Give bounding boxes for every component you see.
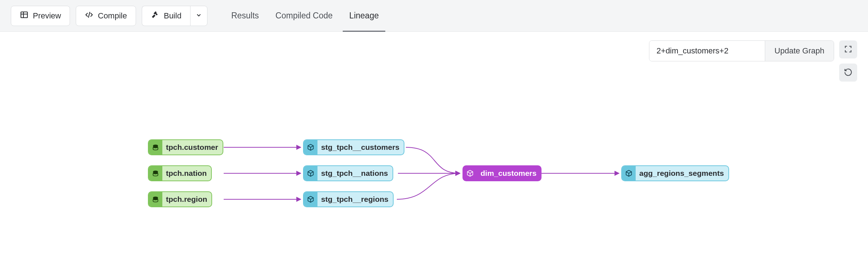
cube-icon [304, 166, 317, 181]
expand-icon [844, 45, 852, 55]
hammer-icon [151, 10, 159, 21]
build-dropdown-button[interactable] [190, 6, 207, 26]
node-label: tpch.region [166, 195, 207, 204]
node-label: stg_tpch__customers [321, 143, 399, 152]
canvas-side-icons [839, 40, 857, 82]
code-icon [85, 10, 93, 21]
compile-label: Compile [98, 11, 127, 21]
node-model-stg-customers[interactable]: stg_tpch__customers [303, 139, 404, 155]
node-model-stg-nations[interactable]: stg_tpch__nations [303, 165, 393, 181]
tab-compiled-code[interactable]: Compiled Code [276, 0, 333, 31]
cube-icon [304, 192, 317, 207]
node-label: stg_tpch__nations [321, 169, 388, 178]
database-icon [149, 192, 162, 207]
reset-button[interactable] [839, 64, 857, 82]
chevron-down-icon [196, 11, 202, 21]
database-icon [149, 166, 162, 181]
build-button[interactable]: Build [142, 6, 190, 26]
node-source-tpch-region[interactable]: tpch.region [148, 191, 212, 207]
node-label: tpch.nation [166, 169, 207, 178]
tab-results[interactable]: Results [231, 0, 259, 31]
update-graph-button[interactable]: Update Graph [765, 41, 834, 61]
preview-button[interactable]: Preview [11, 6, 70, 26]
build-button-group: Build [142, 6, 207, 26]
node-label: dim_customers [481, 169, 536, 178]
undo-icon [844, 68, 852, 78]
database-icon [149, 140, 162, 155]
lineage-canvas[interactable]: Update Graph [0, 32, 868, 265]
preview-label: Preview [33, 11, 61, 21]
node-model-stg-regions[interactable]: stg_tpch__regions [303, 191, 394, 207]
fullscreen-button[interactable] [839, 40, 857, 58]
svg-rect-0 [21, 12, 27, 18]
toolbar: Preview Compile Build Results Compiled C… [0, 0, 868, 32]
selector-input[interactable] [649, 41, 765, 61]
selector-group: Update Graph [649, 40, 834, 61]
node-source-tpch-nation[interactable]: tpch.nation [148, 165, 212, 181]
node-label: agg_regions_segments [639, 169, 724, 178]
node-model-dim-customers[interactable]: dim_customers [463, 165, 542, 181]
tab-lineage[interactable]: Lineage [349, 0, 379, 31]
cube-icon [304, 140, 317, 155]
build-label: Build [164, 11, 181, 21]
compile-button[interactable]: Compile [76, 6, 136, 26]
node-label: tpch.customer [166, 143, 218, 152]
graph-controls: Update Graph [649, 40, 857, 82]
node-source-tpch-customer[interactable]: tpch.customer [148, 139, 223, 155]
tabs: Results Compiled Code Lineage [231, 0, 379, 31]
node-model-agg-regions-segments[interactable]: agg_regions_segments [621, 165, 729, 181]
node-label: stg_tpch__regions [321, 195, 389, 204]
cube-icon [622, 166, 636, 181]
cube-icon [463, 166, 477, 181]
table-icon [20, 10, 29, 21]
